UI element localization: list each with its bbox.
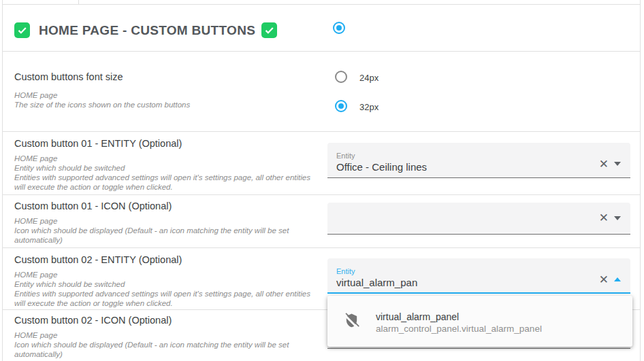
radio-32px-label[interactable]: 32px [359, 102, 379, 112]
clear-icon[interactable]: ✕ [599, 274, 609, 286]
dropdown-item-title: virtual_alarm_panel [376, 312, 459, 322]
header-radio-selected[interactable] [333, 22, 345, 34]
setting-title: Custom button 02 - ENTITY (Optional) [14, 254, 323, 266]
dropdown-item[interactable]: virtual_alarm_panel alarm_control_panel.… [327, 296, 632, 347]
entity-dropdown: virtual_alarm_panel alarm_control_panel.… [327, 296, 632, 347]
field-label: Entity [336, 267, 355, 275]
page-title: HOME PAGE - CUSTOM BUTTONS [39, 22, 255, 38]
radio-24px-label[interactable]: 24px [359, 73, 379, 83]
setting-description: HOME page Entity which should be switche… [14, 270, 323, 308]
setting-description: HOME page Icon which should be displayed… [14, 330, 323, 359]
section-checkbox-right[interactable] [261, 22, 277, 38]
divider [2, 131, 640, 132]
card-left-border [2, 0, 3, 361]
divider [2, 51, 640, 52]
setting-description: HOME page Icon which should be displayed… [14, 216, 323, 245]
check-icon [263, 24, 275, 36]
setting-title: Custom buttons font size [14, 71, 323, 83]
button02-icon-section: Custom button 02 - ICON (Optional) HOME … [14, 315, 323, 359]
divider [2, 4, 640, 5]
icon-01-field[interactable]: ✕ [327, 203, 630, 235]
section-checkbox-left[interactable] [14, 22, 30, 38]
font-size-section: Custom buttons font size HOME page The s… [14, 71, 323, 109]
setting-description: HOME page The size of the icons shown on… [14, 90, 323, 109]
divider [2, 194, 640, 195]
setting-title: Custom button 01 - ENTITY (Optional) [14, 138, 323, 150]
card-right-border [640, 0, 641, 361]
setting-title: Custom button 02 - ICON (Optional) [14, 315, 323, 326]
clear-icon[interactable]: ✕ [599, 158, 609, 170]
button01-icon-section: Custom button 01 - ICON (Optional) HOME … [14, 201, 323, 245]
chevron-down-icon[interactable] [614, 162, 621, 166]
field-value: Office - Ceiling lines [336, 161, 427, 173]
field-label: Entity [336, 152, 355, 160]
entity-02-field[interactable]: Entity virtual_alarm_pan ✕ [327, 258, 630, 294]
divider [2, 247, 640, 248]
chevron-down-icon[interactable] [614, 216, 621, 220]
chevron-up-icon[interactable] [614, 277, 621, 281]
radio-24px[interactable] [335, 71, 347, 83]
setting-title: Custom button 01 - ICON (Optional) [14, 201, 323, 212]
shield-off-icon [344, 313, 359, 328]
check-icon [16, 24, 28, 36]
settings-page: HOME PAGE - CUSTOM BUTTONS Custom button… [0, 0, 644, 361]
dropdown-item-subtitle: alarm_control_panel.virtual_alarm_panel [376, 324, 542, 334]
radio-32px[interactable] [335, 100, 347, 112]
button02-entity-section: Custom button 02 - ENTITY (Optional) HOM… [14, 254, 323, 308]
clear-icon[interactable]: ✕ [599, 212, 609, 224]
field-value: virtual_alarm_pan [336, 277, 417, 288]
setting-description: HOME page Entity which should be switche… [14, 154, 323, 192]
button01-entity-section: Custom button 01 - ENTITY (Optional) HOM… [14, 138, 323, 192]
entity-01-field[interactable]: Entity Office - Ceiling lines ✕ [327, 143, 630, 178]
